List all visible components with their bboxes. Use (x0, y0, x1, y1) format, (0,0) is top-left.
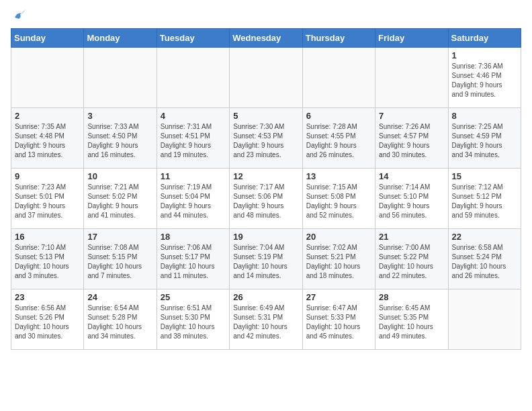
calendar-cell: 20Sunrise: 7:02 AM Sunset: 5:21 PM Dayli… (302, 229, 375, 289)
page-header (11, 11, 521, 20)
calendar-week-row: 1Sunrise: 7:36 AM Sunset: 4:46 PM Daylig… (11, 48, 521, 108)
calendar-table: SundayMondayTuesdayWednesdayThursdayFrid… (11, 28, 521, 350)
day-info: Sunrise: 7:00 AM Sunset: 5:22 PM Dayligh… (379, 243, 444, 281)
day-info: Sunrise: 6:58 AM Sunset: 5:24 PM Dayligh… (452, 243, 517, 281)
day-info: Sunrise: 7:23 AM Sunset: 5:01 PM Dayligh… (15, 183, 80, 220)
calendar-week-row: 9Sunrise: 7:23 AM Sunset: 5:01 PM Daylig… (11, 169, 521, 229)
day-number: 5 (233, 111, 298, 121)
calendar-cell: 23Sunrise: 6:56 AM Sunset: 5:26 PM Dayli… (11, 289, 84, 350)
day-number: 3 (87, 111, 152, 121)
calendar-cell: 5Sunrise: 7:30 AM Sunset: 4:53 PM Daylig… (230, 108, 302, 169)
day-info: Sunrise: 6:47 AM Sunset: 5:33 PM Dayligh… (306, 304, 371, 341)
logo-bird-icon (12, 8, 27, 23)
calendar-cell: 13Sunrise: 7:15 AM Sunset: 5:08 PM Dayli… (302, 169, 375, 229)
calendar-cell (375, 48, 448, 108)
day-info: Sunrise: 7:17 AM Sunset: 5:06 PM Dayligh… (233, 183, 298, 220)
weekday-header-thursday: Thursday (302, 29, 375, 48)
calendar-cell: 10Sunrise: 7:21 AM Sunset: 5:02 PM Dayli… (84, 169, 157, 229)
day-info: Sunrise: 7:14 AM Sunset: 5:10 PM Dayligh… (379, 183, 444, 220)
calendar-cell: 12Sunrise: 7:17 AM Sunset: 5:06 PM Dayli… (230, 169, 302, 229)
day-info: Sunrise: 7:08 AM Sunset: 5:15 PM Dayligh… (87, 243, 152, 281)
day-info: Sunrise: 6:45 AM Sunset: 5:35 PM Dayligh… (379, 304, 444, 341)
day-number: 22 (452, 232, 517, 242)
day-number: 7 (379, 111, 444, 121)
day-info: Sunrise: 6:51 AM Sunset: 5:30 PM Dayligh… (161, 304, 226, 341)
calendar-cell: 15Sunrise: 7:12 AM Sunset: 5:12 PM Dayli… (448, 169, 521, 229)
calendar-cell: 27Sunrise: 6:47 AM Sunset: 5:33 PM Dayli… (302, 289, 375, 350)
calendar-cell: 28Sunrise: 6:45 AM Sunset: 5:35 PM Dayli… (375, 289, 448, 350)
day-info: Sunrise: 7:33 AM Sunset: 4:50 PM Dayligh… (87, 122, 152, 160)
day-number: 1 (452, 50, 517, 60)
day-info: Sunrise: 7:04 AM Sunset: 5:19 PM Dayligh… (233, 243, 298, 281)
calendar-cell: 21Sunrise: 7:00 AM Sunset: 5:22 PM Dayli… (375, 229, 448, 289)
day-info: Sunrise: 7:25 AM Sunset: 4:59 PM Dayligh… (452, 122, 517, 160)
day-number: 21 (379, 232, 444, 242)
calendar-cell: 18Sunrise: 7:06 AM Sunset: 5:17 PM Dayli… (157, 229, 229, 289)
calendar-cell: 22Sunrise: 6:58 AM Sunset: 5:24 PM Dayli… (448, 229, 521, 289)
day-number: 17 (87, 232, 152, 242)
calendar-cell: 8Sunrise: 7:25 AM Sunset: 4:59 PM Daylig… (448, 108, 521, 169)
day-number: 25 (161, 292, 226, 302)
day-number: 28 (379, 292, 444, 302)
day-number: 19 (233, 232, 298, 242)
weekday-header-friday: Friday (375, 29, 448, 48)
day-number: 27 (306, 292, 371, 302)
calendar-cell: 17Sunrise: 7:08 AM Sunset: 5:15 PM Dayli… (84, 229, 157, 289)
logo (11, 11, 27, 20)
day-info: Sunrise: 7:10 AM Sunset: 5:13 PM Dayligh… (15, 243, 80, 281)
weekday-header-monday: Monday (84, 29, 157, 48)
calendar-cell (448, 289, 521, 350)
day-number: 13 (306, 171, 371, 181)
calendar-cell (84, 48, 157, 108)
day-info: Sunrise: 7:30 AM Sunset: 4:53 PM Dayligh… (233, 122, 298, 160)
day-info: Sunrise: 7:21 AM Sunset: 5:02 PM Dayligh… (87, 183, 152, 220)
day-number: 20 (306, 232, 371, 242)
calendar-cell: 11Sunrise: 7:19 AM Sunset: 5:04 PM Dayli… (157, 169, 229, 229)
calendar-cell: 19Sunrise: 7:04 AM Sunset: 5:19 PM Dayli… (230, 229, 302, 289)
day-info: Sunrise: 7:19 AM Sunset: 5:04 PM Dayligh… (161, 183, 226, 220)
calendar-cell: 1Sunrise: 7:36 AM Sunset: 4:46 PM Daylig… (448, 48, 521, 108)
day-number: 14 (379, 171, 444, 181)
weekday-header-wednesday: Wednesday (230, 29, 302, 48)
day-number: 6 (306, 111, 371, 121)
day-number: 26 (233, 292, 298, 302)
calendar-cell: 2Sunrise: 7:35 AM Sunset: 4:48 PM Daylig… (11, 108, 84, 169)
calendar-cell: 7Sunrise: 7:26 AM Sunset: 4:57 PM Daylig… (375, 108, 448, 169)
day-number: 15 (452, 171, 517, 181)
day-number: 18 (161, 232, 226, 242)
calendar-cell: 24Sunrise: 6:54 AM Sunset: 5:28 PM Dayli… (84, 289, 157, 350)
calendar-cell: 4Sunrise: 7:31 AM Sunset: 4:51 PM Daylig… (157, 108, 229, 169)
calendar-cell (302, 48, 375, 108)
day-number: 24 (87, 292, 152, 302)
day-info: Sunrise: 6:54 AM Sunset: 5:28 PM Dayligh… (87, 304, 152, 341)
calendar-cell: 9Sunrise: 7:23 AM Sunset: 5:01 PM Daylig… (11, 169, 84, 229)
weekday-header-tuesday: Tuesday (157, 29, 229, 48)
calendar-cell: 3Sunrise: 7:33 AM Sunset: 4:50 PM Daylig… (84, 108, 157, 169)
day-info: Sunrise: 7:26 AM Sunset: 4:57 PM Dayligh… (379, 122, 444, 160)
day-info: Sunrise: 7:02 AM Sunset: 5:21 PM Dayligh… (306, 243, 371, 281)
day-number: 23 (15, 292, 80, 302)
weekday-header-saturday: Saturday (448, 29, 521, 48)
day-info: Sunrise: 7:06 AM Sunset: 5:17 PM Dayligh… (161, 243, 226, 281)
weekday-header-sunday: Sunday (11, 29, 84, 48)
day-info: Sunrise: 7:35 AM Sunset: 4:48 PM Dayligh… (15, 122, 80, 160)
calendar-week-row: 16Sunrise: 7:10 AM Sunset: 5:13 PM Dayli… (11, 229, 521, 289)
calendar-week-row: 23Sunrise: 6:56 AM Sunset: 5:26 PM Dayli… (11, 289, 521, 350)
day-info: Sunrise: 6:49 AM Sunset: 5:31 PM Dayligh… (233, 304, 298, 341)
calendar-week-row: 2Sunrise: 7:35 AM Sunset: 4:48 PM Daylig… (11, 108, 521, 169)
day-info: Sunrise: 6:56 AM Sunset: 5:26 PM Dayligh… (15, 304, 80, 341)
day-number: 8 (452, 111, 517, 121)
calendar-cell (11, 48, 84, 108)
calendar-cell: 26Sunrise: 6:49 AM Sunset: 5:31 PM Dayli… (230, 289, 302, 350)
day-number: 2 (15, 111, 80, 121)
calendar-cell: 14Sunrise: 7:14 AM Sunset: 5:10 PM Dayli… (375, 169, 448, 229)
day-number: 16 (15, 232, 80, 242)
calendar-cell: 25Sunrise: 6:51 AM Sunset: 5:30 PM Dayli… (157, 289, 229, 350)
day-number: 4 (161, 111, 226, 121)
day-number: 12 (233, 171, 298, 181)
calendar-cell (230, 48, 302, 108)
weekday-header-row: SundayMondayTuesdayWednesdayThursdayFrid… (11, 29, 521, 48)
day-number: 11 (161, 171, 226, 181)
day-info: Sunrise: 7:28 AM Sunset: 4:55 PM Dayligh… (306, 122, 371, 160)
calendar-cell: 6Sunrise: 7:28 AM Sunset: 4:55 PM Daylig… (302, 108, 375, 169)
